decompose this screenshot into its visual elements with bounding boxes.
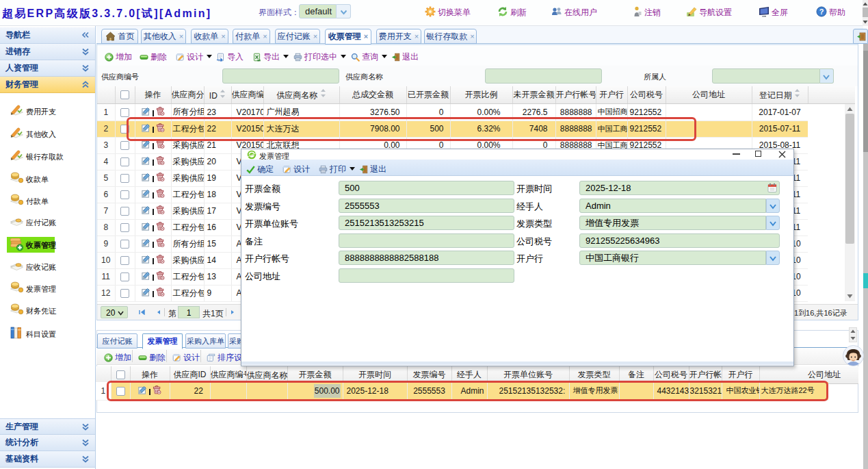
svg-text:?: ? (819, 8, 824, 16)
